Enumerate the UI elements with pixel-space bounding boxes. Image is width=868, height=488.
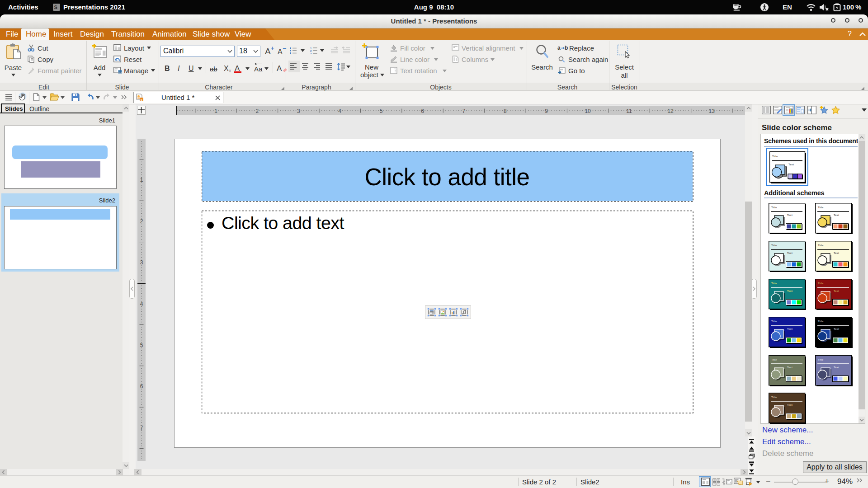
svg-text:Title: Title bbox=[818, 320, 824, 323]
svg-text:Title: Title bbox=[771, 358, 777, 361]
svg-text:8: 8 bbox=[503, 108, 506, 114]
svg-text:Title: Title bbox=[771, 244, 777, 247]
svg-text:12: 12 bbox=[667, 108, 674, 114]
svg-text:3: 3 bbox=[297, 108, 300, 114]
svg-text:Title: Title bbox=[771, 282, 777, 285]
svg-text:Title: Title bbox=[771, 320, 777, 323]
svg-text:Text: Text bbox=[834, 214, 839, 216]
svg-text:Title: Title bbox=[772, 155, 778, 158]
svg-text:Title: Title bbox=[818, 282, 824, 285]
svg-text:Title: Title bbox=[818, 206, 824, 209]
svg-text:7: 7 bbox=[140, 425, 143, 431]
svg-text:Title: Title bbox=[771, 396, 777, 399]
svg-text:1: 1 bbox=[214, 108, 217, 114]
svg-text:4: 4 bbox=[140, 301, 143, 307]
svg-text:13: 13 bbox=[708, 108, 715, 114]
svg-text:Text: Text bbox=[787, 252, 793, 254]
svg-text:Text: Text bbox=[787, 404, 793, 406]
svg-text:2: 2 bbox=[140, 218, 143, 225]
svg-text:Text: Text bbox=[787, 328, 793, 330]
svg-text:7: 7 bbox=[462, 108, 465, 114]
svg-text:Text: Text bbox=[787, 290, 793, 292]
svg-text:S: S bbox=[141, 99, 142, 101]
svg-text:Title: Title bbox=[771, 206, 777, 209]
svg-text:11: 11 bbox=[626, 108, 632, 114]
svg-text:5: 5 bbox=[379, 108, 382, 114]
svg-text:Text: Text bbox=[834, 290, 839, 292]
svg-text:Text: Text bbox=[834, 366, 839, 369]
svg-text:Text: Text bbox=[787, 214, 793, 216]
svg-text:Text: Text bbox=[787, 366, 793, 369]
svg-text:Text: Text bbox=[788, 163, 794, 166]
svg-text:1: 1 bbox=[140, 177, 143, 183]
svg-text:2: 2 bbox=[255, 108, 259, 114]
svg-text:Text: Text bbox=[834, 252, 839, 254]
svg-text:3: 3 bbox=[310, 52, 312, 54]
svg-text:6: 6 bbox=[140, 383, 143, 389]
svg-text:9: 9 bbox=[545, 108, 548, 114]
svg-text:10: 10 bbox=[585, 108, 591, 114]
svg-text:4: 4 bbox=[338, 108, 341, 114]
svg-text:Title: Title bbox=[818, 244, 824, 247]
svg-text:Title: Title bbox=[818, 358, 824, 361]
svg-text:5: 5 bbox=[140, 342, 143, 348]
svg-text:Text: Text bbox=[834, 328, 839, 330]
svg-text:6: 6 bbox=[421, 108, 424, 114]
svg-text:3: 3 bbox=[140, 259, 143, 266]
